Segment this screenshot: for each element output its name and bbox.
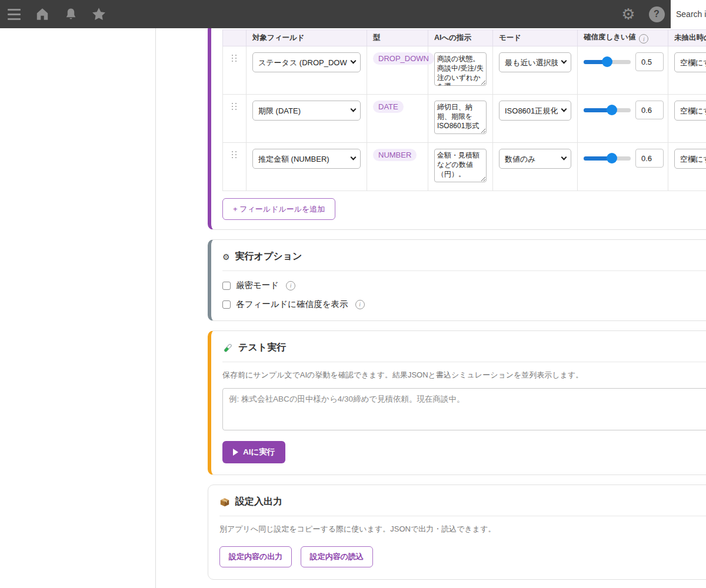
config-io-description: 別アプリへ同じ設定をコピーする際に使います。JSONで出力・読込できます。 bbox=[208, 516, 706, 534]
info-icon[interactable]: i bbox=[639, 34, 648, 44]
show-confidence-checkbox[interactable] bbox=[222, 300, 231, 309]
strict-mode-checkbox[interactable] bbox=[222, 282, 231, 290]
notifications-bell-icon[interactable] bbox=[56, 0, 85, 28]
test-tube-icon bbox=[222, 343, 233, 353]
slider-thumb[interactable] bbox=[607, 105, 617, 115]
ai-instruction-textarea[interactable]: 締切日、納期、期限をISO8601形式 bbox=[434, 101, 487, 134]
col-header-confidence: 確信度しきい値i bbox=[578, 30, 668, 46]
confidence-value-input[interactable] bbox=[635, 52, 664, 71]
table-row: ステータス (DROP_DOWN) DROP_DOWN 商談の状態。商談中/受注… bbox=[223, 46, 706, 95]
drag-handle-icon[interactable] bbox=[232, 55, 238, 62]
ai-instruction-textarea[interactable]: 商談の状態。商談中/受注/失注のいずれかを選 bbox=[434, 52, 487, 86]
execution-options-card: ⚙ 実行オプション 厳密モード i 各フィールドに確信度を表示 i bbox=[208, 239, 706, 321]
config-io-title: 設定入出力 bbox=[208, 485, 706, 516]
help-icon[interactable]: ? bbox=[642, 0, 671, 28]
settings-main-content: 対象フィールド 型 AIへの指示 モード 確信度しきい値i 未抽出時の ステータ… bbox=[208, 28, 706, 588]
add-field-rule-button[interactable]: + フィールドルールを追加 bbox=[222, 198, 335, 220]
checkbox-label: 厳密モード bbox=[236, 280, 279, 291]
section-title-text: 実行オプション bbox=[235, 250, 302, 263]
info-icon[interactable]: i bbox=[355, 300, 365, 309]
test-run-title: テスト実行 bbox=[211, 331, 706, 362]
info-icon[interactable]: i bbox=[286, 281, 295, 290]
type-badge: DROP_DOWN bbox=[373, 52, 434, 65]
drag-handle-icon[interactable] bbox=[232, 151, 238, 158]
mode-select[interactable]: ISO8601正規化 bbox=[499, 101, 571, 121]
hamburger-menu-icon[interactable] bbox=[0, 0, 28, 28]
strict-mode-option: 厳密モード i bbox=[222, 280, 706, 291]
confidence-value-input[interactable] bbox=[635, 101, 664, 119]
import-config-button[interactable]: 設定内容の読込 bbox=[301, 546, 373, 567]
col-header-instruction: AIへの指示 bbox=[428, 30, 493, 46]
execution-options-title: ⚙ 実行オプション bbox=[211, 240, 706, 270]
field-rules-table: 対象フィールド 型 AIへの指示 モード 確信度しきい値i 未抽出時の ステータ… bbox=[222, 29, 706, 191]
slider-thumb[interactable] bbox=[602, 56, 612, 67]
bell-glyph bbox=[64, 7, 78, 22]
gear-glyph: ⚙ bbox=[621, 6, 635, 22]
ai-instruction-textarea[interactable]: 金額・見積額などの数値（円）。 bbox=[434, 149, 487, 182]
fallback-select[interactable]: 空欄にする bbox=[674, 52, 706, 72]
checkbox-label: 各フィールドに確信度を表示 bbox=[236, 299, 348, 310]
test-sample-textarea[interactable] bbox=[222, 388, 706, 430]
gear-icon: ⚙ bbox=[222, 252, 230, 262]
field-rules-card: 対象フィールド 型 AIへの指示 モード 確信度しきい値i 未抽出時の ステータ… bbox=[208, 24, 706, 230]
field-select[interactable]: 推定金額 (NUMBER) bbox=[252, 149, 361, 169]
confidence-slider[interactable] bbox=[584, 52, 631, 71]
confidence-slider[interactable] bbox=[584, 101, 631, 119]
fallback-select[interactable]: 空欄にする bbox=[674, 101, 706, 121]
type-badge: DATE bbox=[373, 101, 404, 113]
confidence-value-input[interactable] bbox=[635, 149, 664, 168]
show-confidence-option: 各フィールドに確信度を表示 i bbox=[222, 299, 706, 310]
test-run-card: テスト実行 保存前にサンプル文でAIの挙動を確認できます。結果JSONと書込シミ… bbox=[208, 330, 706, 475]
config-io-card: 設定入出力 別アプリへ同じ設定をコピーする際に使います。JSONで出力・読込でき… bbox=[208, 485, 706, 580]
type-badge: NUMBER bbox=[373, 149, 417, 161]
col-header-fallback: 未抽出時の bbox=[668, 30, 706, 46]
drag-column-header bbox=[223, 30, 247, 46]
run-ai-button-label: AIに実行 bbox=[243, 447, 275, 457]
play-icon bbox=[233, 449, 238, 456]
col-header-type: 型 bbox=[367, 30, 428, 46]
settings-gear-icon[interactable]: ⚙ bbox=[614, 0, 642, 28]
star-glyph bbox=[91, 6, 107, 22]
top-app-bar: ⚙ ? bbox=[0, 0, 706, 28]
drag-handle-icon[interactable] bbox=[232, 103, 238, 110]
mode-select[interactable]: 最も近い選択肢（寛容） bbox=[499, 52, 571, 72]
field-select[interactable]: ステータス (DROP_DOWN) bbox=[252, 52, 361, 72]
table-header-row: 対象フィールド 型 AIへの指示 モード 確信度しきい値i 未抽出時の bbox=[223, 30, 706, 46]
left-sidebar bbox=[0, 28, 156, 588]
test-run-description: 保存前にサンプル文でAIの挙動を確認できます。結果JSONと書込シミュレーション… bbox=[211, 362, 706, 380]
table-row: 推定金額 (NUMBER) NUMBER 金額・見積額などの数値（円）。 数値の… bbox=[223, 143, 706, 191]
export-config-button[interactable]: 設定内容の出力 bbox=[219, 546, 292, 567]
col-header-mode: モード bbox=[493, 30, 578, 46]
confidence-slider[interactable] bbox=[584, 149, 631, 168]
package-box-icon bbox=[219, 497, 230, 507]
search-input[interactable] bbox=[671, 0, 706, 28]
home-glyph bbox=[35, 6, 50, 22]
slider-thumb[interactable] bbox=[607, 153, 617, 163]
table-row: 期限 (DATE) DATE 締切日、納期、期限をISO8601形式 ISO86… bbox=[223, 95, 706, 143]
home-icon[interactable] bbox=[28, 0, 56, 28]
run-ai-button[interactable]: AIに実行 bbox=[222, 441, 285, 463]
field-select[interactable]: 期限 (DATE) bbox=[252, 101, 361, 121]
col-header-field: 対象フィールド bbox=[247, 30, 367, 46]
favorites-star-icon[interactable] bbox=[85, 0, 113, 28]
mode-select[interactable]: 数値のみ bbox=[499, 149, 571, 169]
fallback-select[interactable]: 空欄にする bbox=[674, 149, 706, 169]
hamburger-glyph bbox=[8, 9, 21, 20]
section-title-text: 設定入出力 bbox=[235, 496, 282, 508]
question-glyph: ? bbox=[649, 6, 665, 22]
section-title-text: テスト実行 bbox=[238, 342, 286, 354]
